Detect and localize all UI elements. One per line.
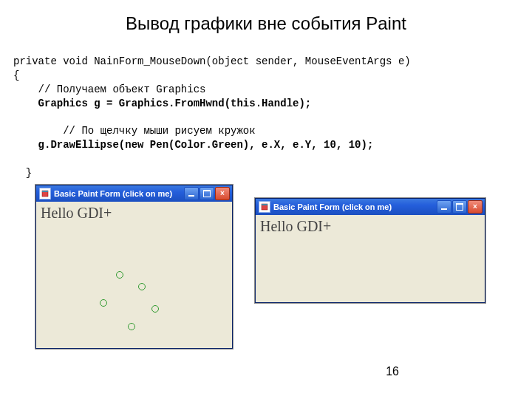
code-indent (13, 125, 63, 137)
code-indent (13, 83, 38, 95)
drawn-circle (151, 305, 159, 313)
code-line: } (13, 167, 32, 179)
code-indent (13, 98, 38, 109)
svg-rect-1 (42, 191, 48, 192)
drawn-circle (116, 271, 123, 279)
page-number: 16 (386, 365, 399, 378)
window-right: Basic Paint Form (click on me) × Hello G… (255, 198, 485, 303)
maximize-button[interactable] (200, 187, 214, 200)
svg-rect-3 (262, 204, 267, 205)
code-line: { (13, 69, 19, 81)
app-icon (39, 188, 51, 200)
client-area[interactable]: Hello GDI+ (256, 215, 485, 302)
window-buttons: × (437, 200, 482, 214)
close-button[interactable]: × (468, 200, 482, 214)
titlebar[interactable]: Basic Paint Form (click on me) × (36, 185, 232, 202)
windows-area: Basic Paint Form (click on me) × Hello G… (0, 185, 532, 369)
drawn-circle (138, 283, 146, 290)
code-bold: Graphics g = Graphics.FromHwnd(this.Hand… (38, 98, 312, 109)
app-icon (259, 201, 270, 213)
code-bold: g.DrawEllipse(new Pen(Color.Green), e.X,… (38, 139, 374, 151)
code-indent (13, 139, 38, 151)
window-buttons: × (184, 187, 230, 200)
code-line: private void NainForm_MouseDown(object s… (13, 55, 411, 67)
drawn-circle (100, 299, 107, 307)
maximize-button[interactable] (452, 200, 467, 214)
gdi-text: Hello GDI+ (36, 202, 232, 225)
code-comment: // Получаем объект Graphics (38, 83, 206, 95)
drawn-circle (128, 323, 135, 330)
minimize-button[interactable] (184, 187, 199, 200)
code-comment: // По щелчку мыши рисуем кружок (63, 125, 255, 137)
window-left: Basic Paint Form (click on me) × Hello G… (35, 185, 233, 349)
client-area[interactable]: Hello GDI+ (36, 202, 232, 348)
window-caption: Basic Paint Form (click on me) (273, 202, 437, 211)
gdi-text: Hello GDI+ (256, 215, 485, 238)
slide-title: Вывод графики вне события Paint (0, 0, 532, 34)
minimize-button[interactable] (437, 200, 451, 214)
close-button[interactable]: × (215, 187, 230, 200)
window-caption: Basic Paint Form (click on me) (54, 189, 184, 198)
titlebar[interactable]: Basic Paint Form (click on me) × (256, 199, 485, 215)
code-block: private void NainForm_MouseDown(object s… (13, 55, 532, 180)
